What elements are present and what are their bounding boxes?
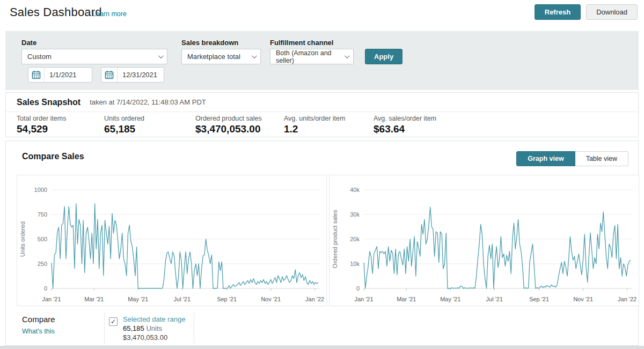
svg-text:Jul '21: Jul '21 xyxy=(174,296,191,302)
metric-label: Units ordered xyxy=(104,115,144,122)
legend-units-suffix: Units xyxy=(146,324,162,332)
page-header: Sales Dashboard Learn more Refresh Downl… xyxy=(0,0,644,30)
filter-panel: Date Custom 1/1/2021 xyxy=(5,31,639,90)
metric-avg-units-per-order: Avg. units/order item 1.2 xyxy=(284,115,345,135)
graph-view-button[interactable]: Graph view xyxy=(516,151,575,166)
page-title: Sales Dashboard xyxy=(10,5,102,19)
ordered-product-sales-chart: 010k20k30k40kJan '21Mar '21May '21Jul '2… xyxy=(329,175,639,306)
svg-text:Jan '21: Jan '21 xyxy=(354,296,373,302)
view-toggle: Graph view Table view xyxy=(516,151,628,166)
start-date-calendar-button[interactable] xyxy=(28,68,45,82)
metric-label: Ordered product sales xyxy=(195,115,262,122)
sales-snapshot-panel: Sales Snapshot taken at 7/14/2022, 11:48… xyxy=(5,92,639,137)
legend-units-value: 65,185 xyxy=(123,324,144,332)
selected-date-range-legend: Selected date range 65,185 Units $3,470,… xyxy=(123,315,185,342)
svg-text:40k: 40k xyxy=(350,187,360,193)
svg-text:Sep '21: Sep '21 xyxy=(529,296,549,302)
metric-label: Avg. units/order item xyxy=(284,115,345,122)
metric-avg-sales-per-order: Avg. sales/order item $63.64 xyxy=(374,115,436,135)
header-actions: Refresh Download xyxy=(535,4,638,20)
svg-text:0: 0 xyxy=(356,285,360,292)
metric-value: 1.2 xyxy=(284,123,345,135)
svg-text:Ordered product sales: Ordered product sales xyxy=(332,210,338,268)
svg-text:10k: 10k xyxy=(350,261,360,267)
svg-text:Jan '21: Jan '21 xyxy=(42,296,61,302)
sales-breakdown-select-value: Marketplace total xyxy=(187,53,240,61)
fulfillment-channel-label: Fulfillment channel xyxy=(270,39,333,47)
end-date-value: 12/31/2021 xyxy=(118,71,157,79)
whats-this-link[interactable]: What's this xyxy=(22,328,55,335)
metric-ordered-product-sales: Ordered product sales $3,470,053.00 xyxy=(195,115,262,135)
chevron-down-icon xyxy=(158,53,164,58)
svg-text:250: 250 xyxy=(38,261,47,267)
svg-text:Nov '21: Nov '21 xyxy=(261,296,281,302)
end-date-calendar-button[interactable] xyxy=(101,68,118,82)
selected-date-range-checkbox[interactable]: ✓ xyxy=(109,317,118,326)
divider xyxy=(104,313,105,344)
end-date-input[interactable]: 12/31/2021 xyxy=(101,67,164,83)
learn-more-link[interactable]: Learn more xyxy=(92,10,127,18)
refresh-button[interactable]: Refresh xyxy=(535,4,581,20)
svg-text:May '21: May '21 xyxy=(128,296,148,302)
svg-text:May '21: May '21 xyxy=(440,296,460,302)
svg-text:Units ordered: Units ordered xyxy=(19,221,26,257)
calendar-icon xyxy=(32,70,41,79)
fulfillment-channel-select-value: Both (Amazon and seller) xyxy=(276,49,339,64)
calendar-icon xyxy=(105,70,114,79)
apply-button[interactable]: Apply xyxy=(365,49,402,64)
sales-breakdown-select[interactable]: Marketplace total xyxy=(181,49,261,64)
units-ordered-chart: 02505007501000Jan '21Mar '21May '21Jul '… xyxy=(17,175,327,306)
chevron-down-icon xyxy=(345,53,350,58)
ordered-product-sales-chart-svg: 010k20k30k40kJan '21Mar '21May '21Jul '2… xyxy=(330,175,640,307)
svg-text:Mar '21: Mar '21 xyxy=(397,296,416,302)
sales-dashboard-page: Sales Dashboard Learn more Refresh Downl… xyxy=(0,0,644,349)
compare-sales-title: Compare Sales xyxy=(22,152,84,161)
start-date-value: 1/1/2021 xyxy=(45,71,77,79)
svg-text:1000: 1000 xyxy=(34,187,47,193)
divider xyxy=(194,313,194,344)
svg-text:Jan '22: Jan '22 xyxy=(305,296,324,302)
date-range-select[interactable]: Custom xyxy=(21,49,167,64)
checkmark-icon: ✓ xyxy=(111,318,116,325)
fulfillment-channel-select[interactable]: Both (Amazon and seller) xyxy=(270,49,354,64)
compare-sales-panel: Compare Sales Graph view Table view 0250… xyxy=(5,140,639,346)
metric-value: $3,470,053.00 xyxy=(195,123,262,135)
sales-snapshot-header: Sales Snapshot taken at 7/14/2022, 11:48… xyxy=(6,93,638,112)
table-view-button[interactable]: Table view xyxy=(575,151,628,166)
legend-label: Selected date range xyxy=(123,315,185,324)
metric-value: 65,185 xyxy=(104,123,144,135)
svg-text:500: 500 xyxy=(38,236,47,242)
svg-text:Sep '21: Sep '21 xyxy=(217,296,237,302)
sales-snapshot-title: Sales Snapshot xyxy=(17,98,80,107)
snapshot-timestamp: taken at 7/14/2022, 11:48:03 AM PDT xyxy=(90,98,206,106)
svg-text:Mar '21: Mar '21 xyxy=(84,296,104,302)
start-date-input[interactable]: 1/1/2021 xyxy=(28,67,92,83)
metric-total-order-items: Total order items 54,529 xyxy=(17,115,66,135)
metric-label: Total order items xyxy=(17,115,66,122)
download-button[interactable]: Download xyxy=(586,4,638,20)
svg-text:20k: 20k xyxy=(350,236,360,242)
page-bottom-strip xyxy=(0,346,644,349)
svg-text:Jul '21: Jul '21 xyxy=(486,296,503,302)
chevron-down-icon xyxy=(252,53,257,58)
date-range-select-value: Custom xyxy=(27,53,52,61)
legend-units-line: 65,185 Units xyxy=(123,324,185,333)
legend-sales-value: $3,470,053.00 xyxy=(123,333,185,342)
svg-text:750: 750 xyxy=(38,211,47,218)
svg-text:30k: 30k xyxy=(350,211,360,218)
units-ordered-chart-svg: 02505007501000Jan '21Mar '21May '21Jul '… xyxy=(17,175,327,307)
metric-units-ordered: Units ordered 65,185 xyxy=(104,115,144,135)
svg-text:0: 0 xyxy=(44,285,47,292)
sales-breakdown-label: Sales breakdown xyxy=(181,39,238,47)
metric-value: 54,529 xyxy=(17,123,66,135)
svg-text:Nov '21: Nov '21 xyxy=(573,296,593,302)
metric-label: Avg. sales/order item xyxy=(374,115,436,122)
compare-footer-title: Compare xyxy=(22,315,55,324)
date-filter-label: Date xyxy=(21,39,36,47)
metric-value: $63.64 xyxy=(374,123,436,135)
svg-text:Jan '22: Jan '22 xyxy=(618,296,636,302)
